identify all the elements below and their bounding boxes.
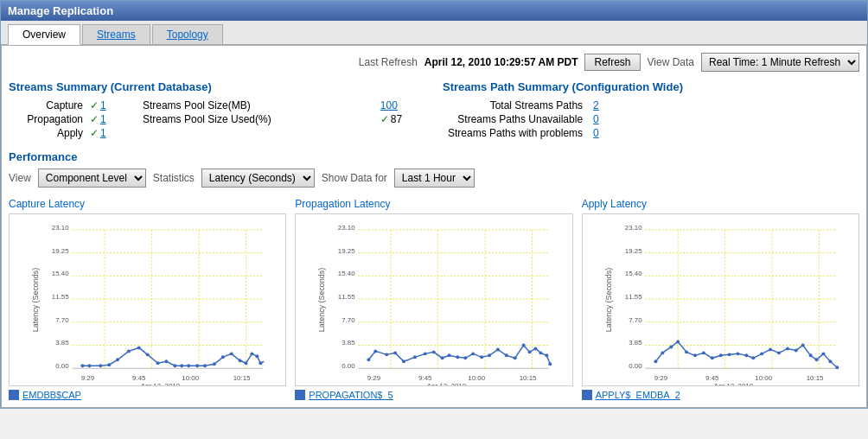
svg-point-135 bbox=[786, 347, 789, 350]
svg-point-76 bbox=[413, 355, 417, 359]
svg-point-131 bbox=[751, 356, 755, 359]
capture-chart-legend: EMDBB$CAP bbox=[9, 390, 286, 400]
unavailable-paths-link[interactable]: 0 bbox=[593, 113, 599, 125]
svg-text:3.85: 3.85 bbox=[55, 339, 69, 347]
svg-point-41 bbox=[230, 352, 233, 355]
statistics-select[interactable]: Latency (Seconds) bbox=[201, 169, 315, 188]
svg-point-139 bbox=[814, 358, 818, 361]
svg-point-75 bbox=[402, 359, 405, 363]
svg-point-43 bbox=[245, 361, 248, 365]
svg-point-132 bbox=[760, 352, 763, 355]
svg-point-90 bbox=[528, 350, 532, 353]
svg-point-24 bbox=[80, 364, 84, 367]
svg-text:23.10: 23.10 bbox=[338, 224, 355, 232]
svg-point-46 bbox=[258, 361, 262, 365]
performance-title: Performance bbox=[9, 150, 859, 163]
apply-chart-svg: Latency (Seconds) 23.10 19.25 15.40 11.5… bbox=[583, 214, 858, 385]
svg-text:Latency (Seconds): Latency (Seconds) bbox=[604, 268, 613, 332]
capture-link[interactable]: 1 bbox=[100, 99, 106, 111]
svg-text:0.00: 0.00 bbox=[342, 362, 356, 370]
pool-size-link[interactable]: 100 bbox=[380, 99, 398, 111]
svg-point-86 bbox=[496, 347, 500, 351]
apply-chart: Latency (Seconds) 23.10 19.25 15.40 11.5… bbox=[582, 213, 859, 386]
svg-point-133 bbox=[769, 347, 772, 351]
show-data-select[interactable]: Last 1 Hour bbox=[394, 169, 475, 188]
propagation-chart-title: Propagation Latency bbox=[295, 198, 572, 210]
svg-text:15.40: 15.40 bbox=[624, 270, 641, 277]
propagation-label: Propagation bbox=[9, 112, 86, 126]
svg-point-123 bbox=[685, 350, 688, 353]
svg-point-138 bbox=[808, 353, 812, 357]
view-data-label: View Data bbox=[648, 56, 694, 68]
propagation-chart-svg: Latency (Seconds) 23.10 19.25 15.40 11.5… bbox=[296, 214, 571, 385]
show-data-label: Show Data for bbox=[322, 172, 387, 184]
svg-point-128 bbox=[727, 353, 731, 356]
apply-check: ✓ bbox=[90, 127, 99, 139]
svg-point-27 bbox=[107, 363, 111, 366]
streams-summary-title: Streams Summary (Current Database) bbox=[9, 80, 425, 93]
svg-point-42 bbox=[239, 359, 242, 362]
svg-point-31 bbox=[146, 353, 150, 356]
problem-paths-link[interactable]: 0 bbox=[593, 127, 599, 139]
svg-text:3.85: 3.85 bbox=[629, 339, 642, 347]
svg-point-25 bbox=[87, 364, 91, 367]
propagation-link[interactable]: 1 bbox=[100, 113, 106, 125]
svg-point-129 bbox=[736, 352, 739, 355]
svg-point-44 bbox=[250, 352, 253, 355]
last-refresh-label: Last Refresh bbox=[359, 56, 418, 68]
svg-point-121 bbox=[669, 345, 673, 348]
svg-point-71 bbox=[367, 358, 371, 361]
svg-point-119 bbox=[654, 359, 657, 363]
propagation-legend-link[interactable]: PROPAGATION$_5 bbox=[309, 390, 393, 400]
apply-legend-link[interactable]: APPLY$_EMDBA_2 bbox=[596, 390, 680, 400]
svg-text:19.25: 19.25 bbox=[624, 247, 641, 255]
view-data-select[interactable]: Real Time: 1 Minute Refresh bbox=[701, 53, 859, 72]
view-select[interactable]: Component Level bbox=[38, 169, 146, 188]
streams-summary-box: Streams Summary (Current Database) Captu… bbox=[9, 80, 425, 140]
svg-point-81 bbox=[456, 355, 460, 359]
summary-section: Streams Summary (Current Database) Captu… bbox=[9, 80, 859, 140]
svg-point-82 bbox=[464, 356, 468, 359]
svg-text:10:15: 10:15 bbox=[806, 374, 823, 382]
total-paths-link[interactable]: 2 bbox=[593, 99, 599, 111]
svg-point-125 bbox=[702, 351, 705, 354]
tab-topology[interactable]: Topology bbox=[152, 24, 223, 44]
capture-legend-icon bbox=[9, 390, 19, 400]
total-paths-label: Total Streams Paths bbox=[443, 99, 588, 112]
svg-point-28 bbox=[116, 358, 119, 361]
pool-used-value: 87 bbox=[391, 113, 402, 125]
svg-text:9:45: 9:45 bbox=[132, 374, 146, 382]
refresh-bar: Last Refresh April 12, 2010 10:29:57 AM … bbox=[9, 53, 859, 72]
unavailable-paths-label: Streams Paths Unavailable bbox=[443, 112, 588, 126]
capture-legend-link[interactable]: EMDBB$CAP bbox=[22, 390, 81, 400]
capture-chart-title: Capture Latency bbox=[9, 198, 286, 210]
charts-row: Capture Latency Latency (Seconds) 23.10 … bbox=[9, 198, 859, 400]
svg-text:11.55: 11.55 bbox=[52, 293, 69, 301]
svg-point-74 bbox=[393, 351, 397, 354]
svg-point-94 bbox=[549, 362, 552, 366]
svg-point-85 bbox=[488, 353, 491, 357]
refresh-button[interactable]: Refresh bbox=[584, 54, 640, 71]
svg-text:10:00: 10:00 bbox=[469, 374, 486, 382]
svg-point-122 bbox=[676, 340, 680, 344]
svg-text:7.70: 7.70 bbox=[342, 316, 356, 324]
propagation-chart-legend: PROPAGATION$_5 bbox=[295, 390, 572, 400]
svg-point-87 bbox=[505, 353, 508, 357]
svg-point-136 bbox=[794, 348, 797, 352]
svg-text:9:29: 9:29 bbox=[654, 374, 667, 382]
path-summary-title: Streams Path Summary (Configuration Wide… bbox=[443, 80, 859, 93]
svg-text:Latency (Seconds): Latency (Seconds) bbox=[317, 268, 326, 332]
svg-point-137 bbox=[801, 343, 804, 347]
tab-streams[interactable]: Streams bbox=[82, 24, 150, 44]
tab-overview[interactable]: Overview bbox=[8, 24, 80, 45]
svg-text:9:45: 9:45 bbox=[418, 374, 432, 382]
capture-chart-svg: Latency (Seconds) 23.10 19.25 15.40 11.5… bbox=[10, 214, 285, 385]
svg-text:11.55: 11.55 bbox=[624, 293, 641, 301]
apply-link[interactable]: 1 bbox=[100, 127, 106, 139]
capture-label: Capture bbox=[9, 99, 86, 112]
svg-text:Latency (Seconds): Latency (Seconds) bbox=[31, 268, 40, 332]
svg-point-140 bbox=[821, 352, 825, 355]
apply-chart-container: Apply Latency Latency (Seconds) 23.10 19… bbox=[582, 198, 859, 400]
svg-text:0.00: 0.00 bbox=[629, 362, 642, 370]
svg-point-77 bbox=[424, 352, 427, 355]
